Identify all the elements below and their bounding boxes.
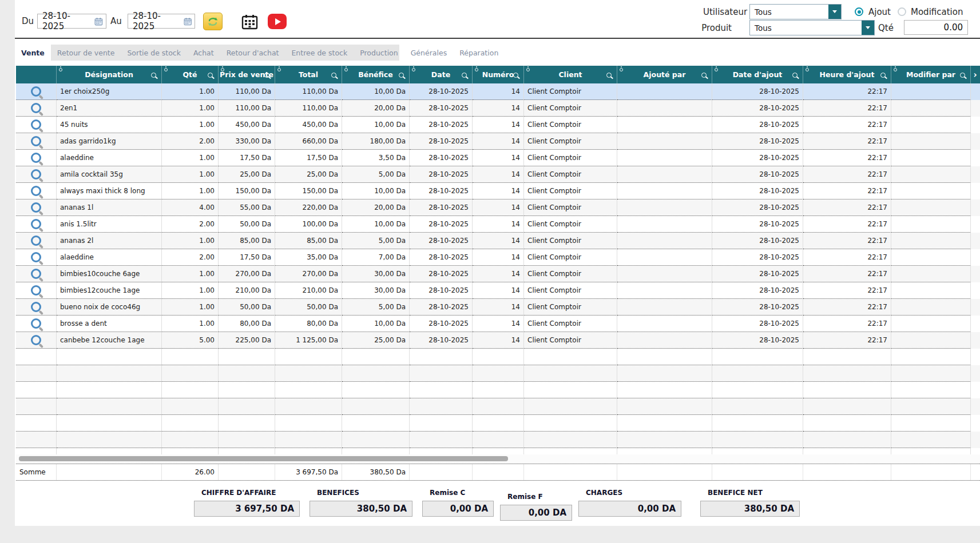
table-row[interactable]: 45 nuits1.00450,00 Da450,00 Da10,00 Da28… [16,117,980,133]
tab-g-n-rales[interactable]: Générales [404,45,453,61]
row-magnifier-icon[interactable] [31,202,41,213]
calendar-small-icon[interactable] [94,17,103,26]
row-icon-cell [16,316,57,332]
column-header-date[interactable]: Date [410,66,473,83]
product-select[interactable]: Tous [749,20,875,35]
tab-retour-d-achat[interactable]: Retour d'achat [220,45,285,61]
column-header-designation[interactable]: Désignation [57,66,162,83]
cell-heure-ajout: 22:17 [803,299,891,316]
table-row[interactable]: alaeddine2.0017,50 Da35,00 Da7,00 Da28-1… [16,249,980,266]
row-magnifier-icon[interactable] [31,235,41,246]
column-search-icon[interactable] [264,73,269,78]
column-search-icon[interactable] [960,73,965,78]
radio-modification[interactable] [898,7,906,16]
table-row[interactable]: anis 1.5litr2.0050,00 Da100,00 Da10,00 D… [16,216,980,233]
column-search-icon[interactable] [606,73,612,78]
row-magnifier-icon[interactable] [31,219,41,229]
table-row[interactable]: canbebe 12couche 1age5.00225,00 Da1 125,… [16,332,980,349]
tab-production[interactable]: Production [354,45,404,61]
tab-vente[interactable]: Vente [15,45,51,61]
row-magnifier-icon[interactable] [31,269,41,279]
table-row[interactable]: bueno noix de coco46g1.0050,00 Da50,00 D… [16,299,980,316]
row-magnifier-icon[interactable] [31,86,41,97]
column-header-heure-ajout[interactable]: Heure d'ajout [803,66,891,83]
column-header-qte[interactable]: Qté [162,66,219,83]
column-search-icon[interactable] [399,73,404,78]
cell-modifier-par [891,199,971,216]
column-header-numero[interactable]: Numéro [473,66,524,83]
row-magnifier-icon[interactable] [31,285,41,296]
row-magnifier-icon[interactable] [31,169,41,179]
row-magnifier-icon[interactable] [31,302,41,312]
table-row[interactable]: 1er choix250g1.00110,00 Da110,00 Da10,00… [16,83,980,100]
chevron-down-icon[interactable] [828,5,841,19]
empty-cell [342,432,410,448]
column-search-icon[interactable] [880,73,886,78]
row-magnifier-icon[interactable] [31,186,41,196]
cell-benefice: 7,00 Da [342,249,410,266]
radio-ajout[interactable] [855,7,863,16]
table-row[interactable]: adas garrido1kg2.00330,00 Da660,00 Da180… [16,133,980,150]
table-row[interactable]: 2en11.00110,00 Da110,00 Da20,00 Da28-10-… [16,100,980,117]
column-header-label: Total [299,70,318,79]
table-row[interactable]: always maxi thick 8 long1.00150,00 Da150… [16,183,980,199]
cell-total: 1 125,00 Da [275,332,342,349]
qty-input[interactable]: 0.00 [904,20,968,35]
column-search-icon[interactable] [701,73,707,78]
table-row[interactable]: bimbies12couche 1age1.00210,00 Da210,00 … [16,282,980,299]
table-row[interactable]: bimbies10couche 6age1.00270,00 Da270,00 … [16,266,980,282]
column-header-total[interactable]: Total [275,66,342,83]
column-search-icon[interactable] [513,73,518,78]
tab-achat[interactable]: Achat [187,45,220,61]
user-select[interactable]: Tous [749,4,842,19]
row-magnifier-icon[interactable] [31,103,41,113]
radio-ajout-label[interactable]: Ajout [868,5,891,19]
row-magnifier-icon[interactable] [31,318,41,329]
table-row[interactable]: ananas 2l1.0085,00 Da85,00 Da5,00 Da28-1… [16,233,980,249]
radio-modification-label[interactable]: Modification [911,5,963,19]
cell-client: Client Comptoir [524,233,617,249]
column-header-date-ajout[interactable]: Date d'ajout [712,66,803,83]
cell-date-ajout: 28-10-2025 [712,316,803,332]
table-row[interactable]: brosse a dent1.0080,00 Da80,00 Da10,00 D… [16,316,980,332]
empty-row [16,432,980,448]
table-row[interactable]: alaeddine1.0017,50 Da17,50 Da3,50 Da28-1… [16,150,980,166]
scroll-columns-right-button[interactable]: › [971,66,979,83]
date-to-input[interactable]: 28-10-2025 [128,14,195,29]
refresh-button[interactable] [203,13,223,30]
calendar-small-icon[interactable] [184,17,192,26]
column-header-benefice[interactable]: Bénéfice [342,66,410,83]
column-search-icon[interactable] [792,73,798,78]
tab-r-paration[interactable]: Réparation [453,45,505,61]
row-icon-cell [16,199,57,216]
calendar-button[interactable] [240,14,259,30]
column-search-icon[interactable] [331,73,336,78]
horizontal-scrollbar-thumb[interactable] [19,456,508,461]
date-from-input[interactable]: 28-10-2025 [37,14,106,29]
row-magnifier-icon[interactable] [31,136,41,146]
tab-entree-de-stock[interactable]: Entree de stock [285,45,354,61]
column-search-icon[interactable] [151,73,156,78]
youtube-button[interactable] [268,14,287,29]
cell-heure-ajout: 22:17 [803,117,891,133]
empty-cell [617,398,712,415]
column-header-ajoute-par[interactable]: Ajouté par [617,66,712,83]
table-row[interactable]: amila cocktail 35g1.0025,00 Da25,00 Da5,… [16,166,980,183]
column-header-prix[interactable]: Prix de vente [219,66,275,83]
tab-retour-de-vente[interactable]: Retour de vente [51,45,121,61]
row-magnifier-icon[interactable] [31,252,41,262]
row-magnifier-icon[interactable] [31,119,41,130]
tab-sortie-de-stock[interactable]: Sortie de stock [121,45,187,61]
chevron-down-icon[interactable] [862,21,874,35]
column-search-icon[interactable] [462,73,467,78]
column-header-label: Qté [182,70,197,79]
cell-date: 28-10-2025 [410,166,473,183]
column-header-modifier-par[interactable]: Modifier par [891,66,971,83]
horizontal-scrollbar[interactable] [16,454,980,464]
table-row[interactable]: ananas 1l4.0055,00 Da220,00 Da20,00 Da28… [16,199,980,216]
row-magnifier-icon[interactable] [31,335,41,345]
column-header-client[interactable]: Client [524,66,617,83]
cell-ajoute-par [617,216,712,233]
row-magnifier-icon[interactable] [31,153,41,163]
column-search-icon[interactable] [208,73,213,78]
